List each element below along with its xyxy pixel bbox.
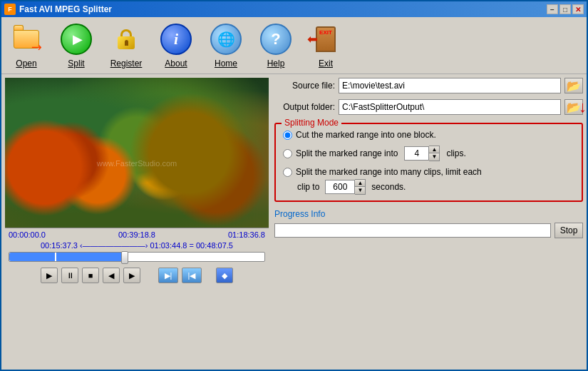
source-file-row: Source file: 📂: [274, 78, 583, 93]
help-label: Help: [267, 59, 285, 68]
about-label: About: [165, 59, 187, 68]
range-start: 00:15:37.3: [41, 241, 78, 250]
seconds-decrement-button[interactable]: ▼: [355, 187, 365, 194]
right-panel: Source file: 📂 Output folder: 📂 ↓ Splitt…: [274, 78, 583, 366]
mark-out-button[interactable]: |◀: [182, 268, 202, 283]
option-one-block-row: Cut the marked range into one block.: [283, 130, 574, 140]
window-controls: − □ ✕: [547, 4, 584, 14]
time-mid: 00:39:18.8: [118, 230, 155, 239]
source-browse-button[interactable]: 📂: [564, 78, 583, 93]
exit-label: Exit: [319, 59, 333, 68]
time-labels: 00:00:00.0 00:39:18.8 01:18:36.8: [9, 230, 265, 239]
about-button[interactable]: i About: [158, 22, 194, 68]
register-label: Register: [110, 59, 143, 68]
clips-value-input[interactable]: [404, 146, 429, 161]
home-label: Home: [215, 59, 237, 68]
left-panel: www.FasterStudio.com 00:00:00.0 00:39:18…: [5, 78, 269, 366]
help-icon: ?: [259, 22, 293, 56]
clips-increment-button[interactable]: ▲: [429, 146, 439, 153]
option-time-limit-radio[interactable]: [283, 168, 292, 177]
slider-thumb[interactable]: [121, 251, 128, 264]
register-icon: [109, 22, 143, 56]
split-button[interactable]: Split: [58, 22, 94, 68]
option-time-label-before2: clip to: [297, 182, 319, 192]
playback-controls: ▶ ⏸ ■ ◀ ▶ ▶| |◀ ◆: [9, 265, 265, 285]
clips-decrement-button[interactable]: ▼: [429, 153, 439, 161]
open-label: Open: [16, 59, 36, 68]
seconds-increment-button[interactable]: ▲: [355, 180, 365, 187]
range-end: 01:03:44.8: [150, 241, 187, 250]
red-arrow-indicator: ↓: [579, 98, 587, 116]
end-marker[interactable]: [219, 253, 220, 261]
timeline-slider[interactable]: [9, 252, 265, 262]
prev-frame-button[interactable]: ◀: [103, 268, 120, 283]
splitting-mode-legend: Splitting Mode: [282, 118, 341, 128]
title-bar: F Fast AVI MPEG Splitter − □ ✕: [1, 1, 587, 17]
toolbar: ↗ Open Split: [1, 17, 587, 74]
option-time-limit-row: Split the marked range into many clips, …: [283, 167, 574, 195]
progress-row: Stop: [274, 223, 583, 238]
clips-spinner: ▲ ▼: [404, 146, 440, 161]
exit-icon: EXIT ⬅: [309, 22, 343, 56]
mark-in-button[interactable]: ▶|: [158, 268, 178, 283]
option-time-label-after: seconds.: [371, 182, 406, 192]
splitting-mode-box: Splitting Mode Cut the marked range into…: [274, 123, 583, 202]
home-icon: 🌐: [209, 22, 243, 56]
range-duration: = 00:48:07.5: [190, 241, 233, 250]
start-marker[interactable]: [55, 253, 56, 261]
slider-fill: [9, 253, 124, 261]
time-end: 01:18:36.8: [228, 230, 265, 239]
time-start: 00:00:00.0: [9, 230, 46, 239]
option-time-label-before: Split the marked range into many clips, …: [296, 167, 482, 177]
option-one-block-radio[interactable]: [283, 131, 292, 140]
progress-bar: [274, 223, 551, 238]
option-n-clips-label-before: Split the marked range into: [296, 148, 398, 158]
option-n-clips-row: Split the marked range into ▲ ▼ clips.: [283, 146, 574, 161]
progress-title: Progress Info: [274, 209, 583, 219]
next-frame-button[interactable]: ▶: [123, 268, 140, 283]
option-n-clips-label-after: clips.: [446, 148, 465, 158]
seconds-value-input[interactable]: [325, 180, 355, 194]
maximize-button[interactable]: □: [559, 4, 571, 14]
option-n-clips-radio[interactable]: [283, 149, 292, 158]
split-icon: [59, 22, 93, 56]
split-label: Split: [68, 59, 84, 68]
about-icon: i: [159, 22, 193, 56]
open-arrow-icon: ↗: [27, 38, 46, 56]
stop-button[interactable]: Stop: [555, 223, 583, 238]
range-arrow: ‹————————›: [80, 241, 150, 250]
output-folder-input[interactable]: [339, 99, 561, 115]
timeline-area: 00:00:00.0 00:39:18.8 01:18:36.8 00:15:3…: [5, 228, 269, 288]
source-file-label: Source file:: [274, 81, 335, 91]
video-preview: www.FasterStudio.com: [5, 78, 269, 228]
pause-button[interactable]: ⏸: [61, 268, 78, 283]
output-folder-label: Output folder:: [274, 102, 335, 112]
main-window: F Fast AVI MPEG Splitter − □ ✕ ↗ Open: [0, 0, 588, 371]
open-icon: ↗: [9, 22, 43, 56]
output-folder-row: Output folder: 📂 ↓: [274, 99, 583, 115]
register-button[interactable]: Register: [108, 22, 144, 68]
seconds-spinner: ▲ ▼: [325, 179, 366, 195]
video-watermark: www.FasterStudio.com: [97, 159, 177, 168]
source-file-input[interactable]: [339, 78, 561, 93]
diamond-button[interactable]: ◆: [216, 268, 233, 283]
option-one-block-label: Cut the marked range into one block.: [296, 130, 436, 140]
open-button[interactable]: ↗ Open: [9, 22, 44, 68]
play-button[interactable]: ▶: [41, 268, 58, 283]
main-area: www.FasterStudio.com 00:00:00.0 00:39:18…: [1, 74, 587, 370]
clips-spinner-buttons: ▲ ▼: [429, 146, 440, 161]
minimize-button[interactable]: −: [547, 4, 558, 14]
range-info: 00:15:37.3 ‹————————› 01:03:44.8 = 00:48…: [9, 241, 265, 250]
app-icon: F: [4, 4, 16, 15]
stop-button[interactable]: ■: [82, 268, 99, 283]
help-button[interactable]: ? Help: [258, 22, 294, 68]
progress-section: Progress Info Stop: [274, 209, 583, 238]
window-title: Fast AVI MPEG Splitter: [19, 4, 547, 14]
exit-button[interactable]: EXIT ⬅ Exit: [308, 22, 344, 68]
home-button[interactable]: 🌐 Home: [208, 22, 244, 68]
browse-folder-icon: 📂: [567, 79, 581, 93]
seconds-spinner-buttons: ▲ ▼: [355, 179, 366, 195]
close-button[interactable]: ✕: [572, 4, 584, 14]
